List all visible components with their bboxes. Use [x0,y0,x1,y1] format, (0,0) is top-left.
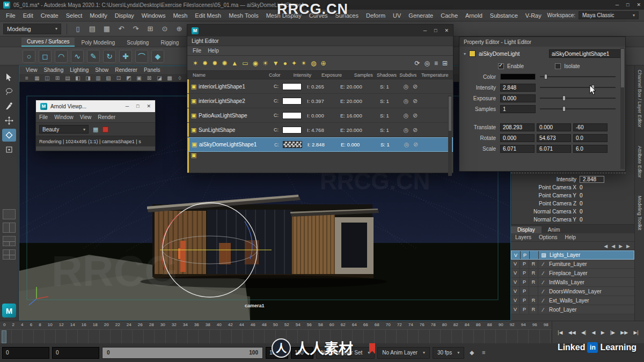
paint-selection-tool-button[interactable] [2,100,16,113]
sort-icon[interactable]: ≡ [434,60,438,67]
move-tool-button[interactable] [2,114,16,127]
menu-set-dropdown[interactable]: Modeling ▾ [3,24,61,34]
property-slider[interactable] [540,108,616,109]
layer-display-type-toggle[interactable] [529,287,538,295]
collapse-arrow-icon[interactable]: ▾ [464,51,466,56]
safe-action-icon[interactable]: ◨ [84,75,92,81]
physical-sky-icon[interactable]: ✦ [291,60,297,67]
shelf-tab-rigging[interactable]: Rigging [155,39,184,47]
layer-playback-toggle[interactable]: P [520,305,529,314]
light-editor-scrollbar[interactable] [448,95,452,176]
menu-create[interactable]: Create [37,12,62,19]
textured-icon[interactable]: ◩ [125,75,133,81]
add-light-icon[interactable]: ⊕ [320,60,326,67]
transform-field[interactable]: -60 [573,123,608,131]
scale-tool-button[interactable] [2,143,16,156]
layer-tab-anim[interactable]: Anim [541,226,567,233]
step-back-key-button[interactable]: ◀| [581,330,586,335]
mesh-light-icon[interactable]: ☀ [262,60,268,67]
menu-uv[interactable]: UV [389,12,405,19]
light-row[interactable]: ▣interiorLightShape1C:I: 0.265E: 20.000S… [187,79,453,94]
side-tab-attribute-editor[interactable]: Attribute Editor [637,146,642,178]
field-chart-icon[interactable]: ◧ [74,75,82,81]
step-back-frame-button[interactable]: ◀◀ [568,330,576,335]
lighting-icon[interactable]: ▣ [135,75,143,81]
resolution-gate-icon[interactable]: ⊞ [53,75,62,81]
film-gate-icon[interactable]: ◫ [43,75,52,81]
slider-handle[interactable] [562,106,566,112]
transform-field[interactable]: 6.071 [500,145,535,153]
channel-value[interactable]: 2.848 [580,176,604,183]
channel-value[interactable]: 0 [580,209,604,215]
ambient-occlusion-icon[interactable]: ◪ [155,75,164,81]
lasso-tool-button[interactable] [2,85,16,98]
animation-start-field[interactable]: 0 [2,347,49,359]
disable-toggle-icon[interactable]: ⊘ [411,112,420,119]
look-through-icon[interactable]: ◎ [424,60,429,67]
open-scene-icon[interactable]: ▤ [87,24,98,34]
layer-menu-help[interactable]: Help [561,234,579,240]
property-value-field[interactable]: 0.000 [500,94,536,102]
layer-playback-toggle[interactable]: P [520,260,529,268]
channel-row[interactable]: Point Camera Z0 [511,200,626,208]
shaded-icon[interactable]: ⊡ [114,75,123,81]
color-slider[interactable] [540,76,616,77]
viewport-menu-show[interactable]: Show [92,67,112,73]
color-swatch[interactable] [500,73,536,80]
transform-field[interactable]: 0.0 [573,134,608,142]
layer-visibility-toggle[interactable]: V [511,296,520,305]
layer-empty-icon[interactable]: ▶ [619,243,623,249]
layout-two-pane-button[interactable] [3,223,16,233]
channel-value[interactable]: 0 [580,201,604,206]
range-slider[interactable]: 0 100 [102,347,263,359]
layer-display-type-toggle[interactable]: R [529,260,538,268]
maximize-button[interactable]: □ [136,104,139,109]
shelf-tab-sculpting[interactable]: Sculpting [121,39,154,47]
auto-keyframe-icon[interactable]: ◆ [467,349,477,356]
color-swatch[interactable] [282,127,302,134]
transform-field[interactable]: 208.293 [500,123,535,131]
layer-row[interactable]: VPR∕Roof_Layer [511,305,634,314]
layer-visibility-toggle[interactable]: V [511,260,520,268]
layer-row[interactable]: VPR∕Fireplace_Layer [511,269,634,278]
light-editor-menu-help[interactable]: Help [204,48,222,54]
property-value-field[interactable]: 2.848 [500,84,536,92]
minimize-button[interactable]: ─ [423,28,427,33]
layer-row[interactable]: VP▨Lights_Layer [511,250,634,260]
transform-field[interactable]: 0.000 [500,134,535,142]
channel-value[interactable]: 0 [580,217,604,223]
safe-title-icon[interactable]: ▥ [94,75,103,81]
layer-new-icon[interactable]: ▶ [626,243,630,249]
menu-modify[interactable]: Modify [86,12,111,19]
channel-row[interactable]: Intensity2.848 [511,175,626,183]
side-tab-modeling-toolkit[interactable]: Modeling Toolkit [637,196,642,230]
stop-render-button[interactable] [103,127,108,132]
shadows-icon[interactable]: ⊠ [145,75,153,81]
current-tool-button[interactable] [2,129,16,142]
close-button[interactable]: ✕ [444,28,449,33]
spot-light-icon[interactable]: ✹ [212,60,217,67]
skydome-light-icon[interactable]: ◉ [252,60,258,67]
layer-visibility-toggle[interactable]: V [511,305,520,314]
layer-visibility-toggle[interactable]: V [511,287,520,295]
select-tool-button[interactable] [2,71,16,84]
menu-substance[interactable]: Substance [486,12,522,19]
slider-handle[interactable] [562,95,566,101]
step-forward-key-button[interactable]: |▶ [610,330,615,335]
menu-select[interactable]: Select [62,12,86,19]
layout-four-pane-button[interactable] [3,249,16,260]
color-swatch[interactable] [282,83,302,90]
area-light-icon[interactable]: ✺ [222,60,227,67]
property-slider[interactable] [540,98,616,99]
layer-visibility-toggle[interactable]: V [511,269,520,277]
curve-arc-icon[interactable]: ◠ [55,50,68,63]
viewport-menu-view[interactable]: View [23,67,41,73]
light-group-icon[interactable]: ✴ [301,60,306,67]
menu-display[interactable]: Display [111,12,138,19]
light-editor-title-bar[interactable]: M ─□✕ [187,25,453,36]
layout-single-pane-button[interactable] [3,209,16,219]
new-scene-icon[interactable]: ▯ [72,24,83,34]
node-color-swatch[interactable] [469,50,475,57]
directional-light-icon[interactable]: ✶ [193,60,198,67]
menu-edit[interactable]: Edit [19,12,37,19]
